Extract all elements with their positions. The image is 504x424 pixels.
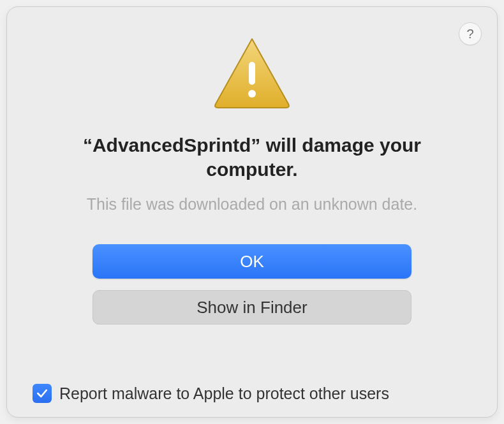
gatekeeper-dialog: ? “AdvancedSprintd” will damage your com… <box>6 6 498 418</box>
show-in-finder-button[interactable]: Show in Finder <box>93 290 411 325</box>
report-malware-label: Report malware to Apple to protect other… <box>59 384 389 403</box>
report-malware-checkbox[interactable] <box>33 384 52 403</box>
ok-button-label: OK <box>240 252 264 272</box>
button-stack: OK Show in Finder <box>93 244 411 325</box>
svg-point-1 <box>248 90 256 98</box>
dialog-subtitle: This file was downloaded on an unknown d… <box>87 195 417 214</box>
warning-icon <box>211 35 293 113</box>
dialog-title: “AdvancedSprintd” will damage your compu… <box>73 133 431 181</box>
svg-rect-0 <box>249 62 255 85</box>
show-in-finder-label: Show in Finder <box>196 298 307 318</box>
ok-button[interactable]: OK <box>93 244 411 279</box>
help-button[interactable]: ? <box>459 22 482 45</box>
help-icon: ? <box>466 27 473 41</box>
checkmark-icon <box>36 387 48 400</box>
report-malware-row: Report malware to Apple to protect other… <box>33 384 471 403</box>
